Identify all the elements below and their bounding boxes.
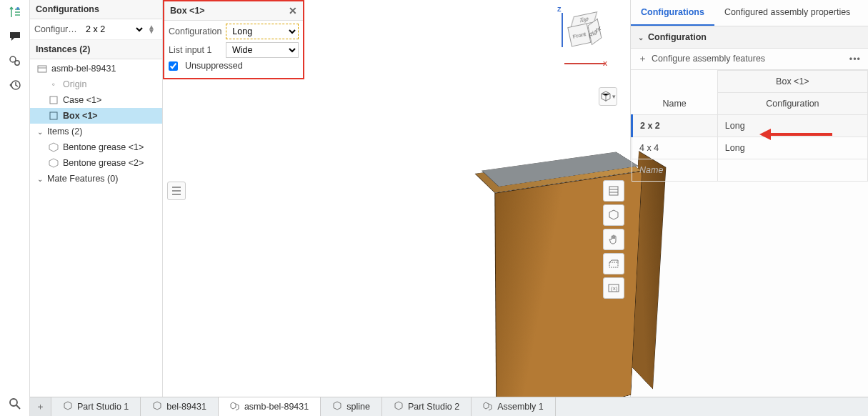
configuration-label: Configurati… (34, 24, 79, 34)
doc-tab[interactable]: spline (321, 397, 382, 416)
configure-features-button[interactable]: ＋Configure assembly features (638, 53, 765, 65)
partstudio-icon (152, 401, 162, 413)
tree-origin[interactable]: ◦ Origin (30, 76, 162, 92)
add-tab-button[interactable]: ＋ (30, 397, 51, 416)
tab-configurations[interactable]: Configurations (631, 0, 714, 26)
part-icon (49, 158, 59, 168)
viewport[interactable]: Box <1> ✕ Configuration Long List input … (163, 0, 630, 416)
doc-tab[interactable]: Part Studio 2 (382, 397, 472, 416)
left-icon-rail (0, 0, 30, 416)
doc-tab[interactable]: bel-89431 (141, 397, 219, 416)
tab-configured-properties[interactable]: Configured assembly properties (714, 0, 860, 26)
viewport-tools: (x) (603, 180, 626, 299)
tree-bentone-1[interactable]: Bentone grease <1> (30, 139, 162, 155)
assembly-icon (230, 401, 240, 413)
dialog-configuration-select[interactable]: Long (226, 24, 298, 39)
close-icon[interactable]: ✕ (289, 5, 297, 16)
dialog-listinput-label: List input 1 (169, 45, 221, 55)
part-icon (49, 111, 59, 121)
insert-icon[interactable] (7, 4, 23, 20)
axis-z-label: Z (557, 6, 562, 13)
part-icon (49, 95, 59, 105)
tree-bentone-2[interactable]: Bentone grease <2> (30, 155, 162, 171)
svg-rect-8 (609, 187, 618, 195)
table-row[interactable]: 2 x 2 Long (632, 115, 868, 137)
table-row-new[interactable]: Name (632, 159, 868, 182)
instances-header: Instances (2) (30, 40, 162, 59)
tool-hand-icon[interactable] (603, 229, 624, 250)
tree-items-group[interactable]: ⌄ Items (2) (30, 124, 162, 139)
tool-variables-icon[interactable]: (x) (603, 277, 624, 299)
chevron-down-icon: ⌄ (638, 34, 644, 41)
col-group-header: Box <1> (717, 71, 867, 93)
origin-icon: ◦ (49, 79, 59, 89)
feature-list-button[interactable] (167, 182, 186, 200)
tree-root-assembly[interactable]: asmb-bel-89431 (30, 61, 162, 76)
tree-box[interactable]: Box <1> (30, 108, 162, 124)
document-tab-bar: ＋ Part Studio 1 bel-89431 asmb-bel-89431… (30, 397, 868, 416)
doc-tab[interactable]: Assembly 1 (472, 397, 556, 416)
svg-point-4 (10, 399, 17, 406)
svg-rect-9 (609, 262, 618, 267)
configurations-panel: Configurations Configured assembly prope… (630, 0, 868, 416)
more-menu-icon[interactable]: ••• (849, 54, 861, 64)
chevron-down-icon: ⌄ (37, 175, 43, 183)
dialog-listinput-select[interactable]: Wide (226, 42, 299, 58)
configuration-stepper[interactable]: ▲▼ (148, 25, 158, 34)
assembly-icon (37, 64, 47, 74)
table-row[interactable]: 4 x 4 Long (632, 137, 868, 159)
svg-text:(x): (x) (611, 285, 618, 292)
unsuppressed-label: Unsuppressed (185, 61, 243, 71)
assembly-icon (483, 401, 493, 413)
view-menu-button[interactable]: ▾ (599, 87, 617, 106)
svg-point-2 (14, 61, 19, 65)
svg-rect-7 (50, 112, 57, 119)
col-config-header: Configuration (717, 93, 867, 115)
history-icon[interactable] (7, 77, 23, 93)
partstudio-icon (63, 401, 73, 413)
tree-mate-features[interactable]: ⌄ Mate Features (0) (30, 171, 162, 187)
gear-pair-icon[interactable] (7, 53, 23, 69)
unsuppressed-checkbox[interactable] (169, 61, 178, 71)
configuration-select[interactable]: 2 x 2 (81, 22, 145, 36)
right-panel-tabs: Configurations Configured assembly prope… (631, 0, 868, 26)
part-icon (49, 142, 59, 152)
dialog-configuration-label: Configuration (169, 26, 221, 36)
doc-tab[interactable]: Part Studio 1 (51, 397, 141, 416)
tool-cube-icon[interactable] (603, 204, 624, 226)
doc-tab[interactable]: asmb-bel-89431 (219, 397, 321, 416)
feature-tree-panel: Configurations Configurati… 2 x 2 ▲▼ Ins… (30, 0, 163, 416)
chevron-down-icon: ⌄ (37, 128, 43, 136)
svg-rect-5 (38, 66, 46, 72)
tool-sheet-icon[interactable] (603, 180, 624, 202)
dialog-title: Box <1> (170, 6, 205, 16)
configuration-section-header[interactable]: ⌄ Configuration (631, 26, 868, 49)
view-triad[interactable]: Z Top Front Right X (549, 4, 613, 76)
configurations-header: Configurations (30, 0, 162, 19)
axis-x-label: X (603, 60, 607, 67)
svg-point-0 (16, 7, 19, 10)
nav-cube[interactable]: Top Front Right (566, 11, 607, 52)
configure-instance-dialog: Box <1> ✕ Configuration Long List input … (163, 0, 304, 79)
plus-icon: ＋ (638, 54, 647, 64)
tree-case[interactable]: Case <1> (30, 92, 162, 108)
comment-icon[interactable] (7, 29, 23, 44)
partstudio-icon (332, 401, 342, 413)
tool-section-icon[interactable] (603, 253, 624, 274)
configuration-table: Name Box <1> Configuration 2 x 2 Long 4 … (631, 70, 868, 182)
col-name-header: Name (632, 71, 718, 115)
partstudio-icon (394, 401, 404, 413)
feature-tree: asmb-bel-89431 ◦ Origin Case <1> Box <1>… (30, 59, 162, 188)
configuration-selector-row: Configurati… 2 x 2 ▲▼ (30, 19, 162, 40)
svg-rect-6 (50, 96, 57, 104)
search-icon[interactable] (7, 396, 23, 412)
